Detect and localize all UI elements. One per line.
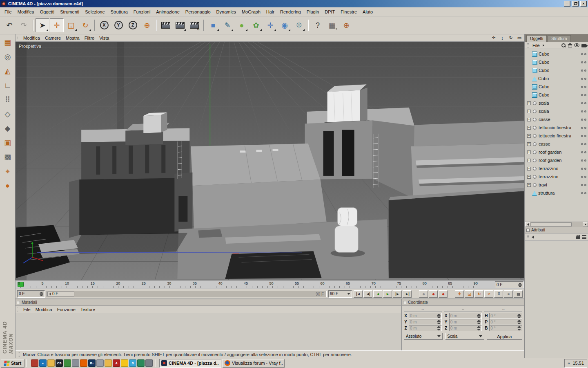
- viewport-canvas[interactable]: Prospettiva: [16, 42, 524, 280]
- object-manager-file-menu[interactable]: File: [531, 42, 541, 49]
- scrollbar-thumb[interactable]: [531, 222, 572, 227]
- menu-overflow-icon[interactable]: [543, 44, 544, 47]
- materials-header[interactable]: Materiali: [16, 299, 401, 306]
- materials-list-area[interactable]: [16, 313, 401, 350]
- expand-icon[interactable]: [527, 118, 531, 121]
- object-row[interactable]: Cubo: [525, 74, 588, 83]
- object-row[interactable]: scala: [525, 99, 588, 107]
- redo-button[interactable]: ↷: [17, 18, 31, 32]
- visibility-dots[interactable]: [581, 110, 586, 112]
- menu-item[interactable]: Aiuto: [360, 8, 376, 16]
- expand-icon[interactable]: [527, 150, 531, 154]
- scroll-left-icon[interactable]: [525, 222, 530, 227]
- next-frame-button[interactable]: |►: [393, 290, 402, 298]
- expand-icon[interactable]: [527, 142, 531, 146]
- size-field[interactable]: 0 m: [449, 319, 482, 325]
- visibility-dots[interactable]: [581, 184, 586, 186]
- taskbar-window-button[interactable]: Visualizza forum - Vray f...: [223, 359, 285, 368]
- visibility-dots[interactable]: [581, 78, 586, 80]
- menu-item[interactable]: Strumenti: [57, 8, 82, 16]
- object-row[interactable]: roof garden: [525, 148, 588, 156]
- object-row[interactable]: roof garden: [525, 156, 588, 164]
- restore-button[interactable]: [572, 1, 579, 7]
- expand-icon[interactable]: [527, 175, 531, 179]
- add-modeling-button[interactable]: ✿: [249, 18, 263, 32]
- object-row[interactable]: tettuccio finestra: [525, 132, 588, 140]
- spinner-icon[interactable]: [477, 314, 481, 318]
- viewport-menu-item[interactable]: Mostra: [63, 35, 82, 41]
- add-cube-button[interactable]: ■: [206, 18, 220, 32]
- add-deformer-button[interactable]: ✛: [263, 18, 277, 32]
- lock-icon[interactable]: [576, 236, 580, 239]
- scale-tool-button[interactable]: ◱: [64, 18, 78, 32]
- visibility-dots[interactable]: [581, 94, 586, 96]
- menu-item[interactable]: DPIT: [322, 8, 338, 16]
- render-view-button[interactable]: [159, 18, 173, 32]
- rotation-field[interactable]: 0 °: [489, 319, 522, 325]
- object-row[interactable]: Cubo: [525, 66, 588, 74]
- materials-menu-item[interactable]: Funzione: [55, 306, 78, 313]
- menu-item[interactable]: MoGraph: [239, 8, 263, 16]
- quicklaunch-tools-icon[interactable]: [145, 359, 153, 367]
- menu-item[interactable]: Dynamics: [214, 8, 239, 16]
- object-row[interactable]: terrazzino: [525, 173, 588, 181]
- home-icon[interactable]: [568, 45, 572, 47]
- viewport-menu-item[interactable]: Vista: [97, 35, 111, 41]
- materials-menu-item[interactable]: Texture: [78, 306, 98, 313]
- live-selection-button[interactable]: ➤: [36, 18, 49, 32]
- ruler-track[interactable]: 0 5 10 15 20 25 30: [16, 281, 494, 289]
- search-icon[interactable]: [561, 43, 566, 48]
- size-field[interactable]: 0 m: [449, 325, 482, 331]
- record-rotation-button[interactable]: ↻: [474, 290, 483, 298]
- zoom-view-icon[interactable]: ↕: [499, 35, 506, 41]
- attributes-header[interactable]: Attributi: [525, 227, 588, 233]
- menu-item[interactable]: Selezione: [82, 8, 107, 16]
- range-thumb[interactable]: 0 F: [47, 292, 74, 296]
- spinner-icon[interactable]: [517, 320, 521, 324]
- panel-tab[interactable]: Struttura: [548, 35, 570, 42]
- menu-item[interactable]: Modifica: [15, 8, 37, 16]
- object-axis-mode-button[interactable]: ⌖: [2, 166, 14, 177]
- menu-item[interactable]: Hair: [263, 8, 277, 16]
- rotate-view-icon[interactable]: ↻: [508, 35, 514, 41]
- apply-button[interactable]: Applica: [487, 333, 522, 340]
- record-position-button[interactable]: ✛: [455, 290, 464, 298]
- spinner-icon[interactable]: [437, 314, 441, 318]
- object-row[interactable]: Cubo: [525, 50, 588, 58]
- record-pla-button[interactable]: ⠿: [494, 290, 503, 298]
- visibility-dots[interactable]: [581, 135, 586, 137]
- position-field[interactable]: 0 m: [409, 319, 442, 325]
- close-button[interactable]: ×: [580, 1, 587, 7]
- expand-icon[interactable]: [527, 183, 531, 187]
- position-field[interactable]: 0 m: [409, 325, 442, 331]
- spinner-icon[interactable]: [517, 326, 521, 330]
- menu-item[interactable]: Personaggio: [183, 8, 214, 16]
- previous-frame-button[interactable]: ◄|: [363, 290, 372, 298]
- render-picture-viewer-button[interactable]: [173, 18, 187, 32]
- panel-tab[interactable]: Oggetti: [526, 35, 547, 42]
- expand-icon[interactable]: [527, 110, 531, 113]
- coordinates-header[interactable]: Coordinate: [402, 299, 524, 306]
- viewport-menu-item[interactable]: Camere: [42, 35, 63, 41]
- pan-view-icon[interactable]: ✛: [490, 35, 497, 41]
- add-environment-button[interactable]: ◉: [278, 18, 292, 32]
- record-scale-button[interactable]: ◱: [465, 290, 474, 298]
- expand-icon[interactable]: [527, 101, 531, 105]
- quicklaunch-internet-explorer-icon[interactable]: e: [39, 359, 47, 367]
- rotation-field[interactable]: 0 °: [489, 325, 522, 331]
- visibility-dots[interactable]: [581, 127, 586, 129]
- workplane-mode-button[interactable]: ∟: [2, 80, 14, 91]
- texture-axis-mode-button[interactable]: ◭: [2, 65, 14, 77]
- play-forward-button[interactable]: ►: [383, 290, 392, 298]
- quicklaunch-folder-icon[interactable]: [47, 359, 55, 367]
- current-frame-field[interactable]: 0 F: [17, 290, 45, 298]
- taskbar-window-button[interactable]: CINEMA 4D - [piazza d...: [159, 359, 221, 368]
- materials-menu-item[interactable]: Modifica: [33, 306, 55, 313]
- quicklaunch-mediaplayer-icon[interactable]: [31, 359, 38, 367]
- autokeying-button[interactable]: ●: [429, 290, 438, 298]
- visibility-dots[interactable]: [581, 102, 586, 104]
- quicklaunch-winamp-icon[interactable]: [96, 359, 104, 367]
- scale-dropdown[interactable]: Scala: [445, 333, 484, 340]
- menu-item[interactable]: Rendering: [277, 8, 304, 16]
- object-row[interactable]: Cubo: [525, 83, 588, 91]
